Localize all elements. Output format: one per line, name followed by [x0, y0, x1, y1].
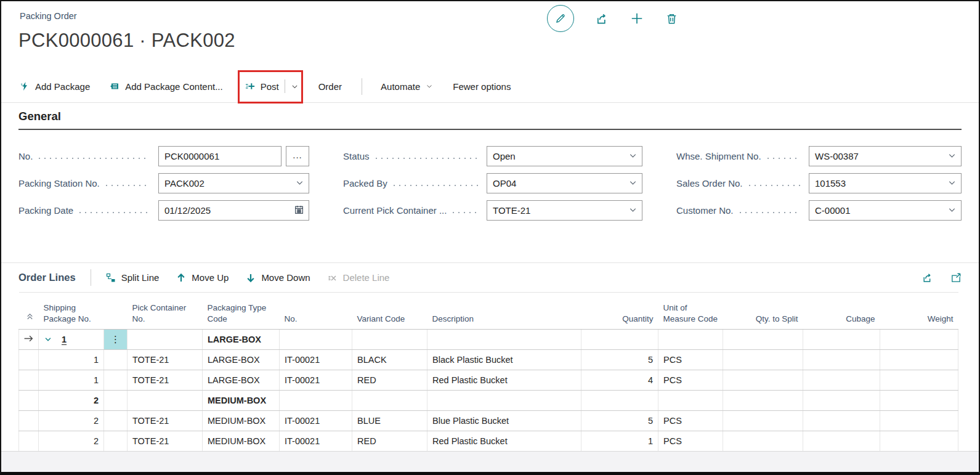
weight-cell[interactable] [880, 370, 958, 391]
delete-line-button[interactable]: Delete Line [328, 272, 390, 283]
cubage-cell[interactable] [803, 431, 880, 452]
field-input[interactable]: 01/12/2025 [158, 200, 309, 221]
quantity-cell[interactable] [581, 391, 658, 411]
col-header-no[interactable]: No. [280, 293, 352, 330]
item-no-cell[interactable]: IT-00021 [280, 350, 352, 370]
variant-code-cell[interactable] [352, 330, 427, 350]
col-header-shipping-package-no[interactable]: Shipping Package No. [39, 293, 104, 330]
weight-cell[interactable] [880, 431, 958, 452]
field-input[interactable]: C-00001 [809, 200, 962, 221]
order-line-row[interactable]: 2TOTE-21MEDIUM-BOXIT-00021BLUEBlue Plast… [19, 411, 958, 431]
col-header-qty-to-split[interactable]: Qty. to Split [723, 293, 803, 330]
cubage-cell[interactable] [803, 370, 880, 391]
pick-container-no-cell[interactable]: TOTE-21 [128, 370, 203, 391]
order-line-row[interactable]: 1TOTE-21LARGE-BOXIT-00021BLACKBlack Plas… [19, 350, 958, 370]
field-input[interactable]: PACK002 [158, 173, 309, 193]
move-up-button[interactable]: Move Up [176, 272, 229, 283]
fewer-options-button[interactable]: Fewer options [453, 81, 511, 92]
post-button[interactable]: Post [245, 81, 279, 92]
quantity-cell[interactable]: 5 [581, 350, 658, 370]
packaging-type-code-cell[interactable]: MEDIUM-BOX [203, 411, 280, 431]
pick-container-no-cell[interactable] [128, 330, 203, 350]
col-header-cubage[interactable]: Cubage [803, 293, 880, 330]
qty-to-split-cell[interactable] [723, 411, 803, 431]
description-cell[interactable]: Red Plastic Bucket [427, 431, 581, 452]
shipping-package-no-cell[interactable]: 2 [39, 411, 104, 431]
col-header-weight[interactable]: Weight [880, 293, 958, 330]
pick-container-no-cell[interactable]: TOTE-21 [128, 431, 203, 452]
cubage-cell[interactable] [803, 411, 880, 431]
weight-cell[interactable] [880, 350, 958, 370]
cubage-cell[interactable] [803, 330, 880, 350]
col-header-pick-container-no[interactable]: Pick Container No. [128, 293, 203, 330]
item-no-cell[interactable] [280, 330, 352, 350]
unit-of-measure-cell[interactable] [658, 330, 723, 350]
general-heading[interactable]: General [18, 110, 962, 130]
pick-container-no-cell[interactable]: TOTE-21 [128, 350, 203, 370]
variant-code-cell[interactable] [352, 391, 427, 411]
row-options-button[interactable]: ⋮ [111, 334, 120, 344]
shipping-package-no-cell[interactable]: 1 [39, 370, 104, 391]
variant-code-cell[interactable]: RED [352, 431, 427, 452]
item-no-cell[interactable] [280, 391, 352, 411]
shipping-package-no-cell[interactable]: 1 [39, 330, 104, 350]
unit-of-measure-cell[interactable]: PCS [658, 370, 723, 391]
edit-button[interactable] [547, 5, 574, 32]
quantity-cell[interactable]: 4 [581, 370, 658, 391]
item-no-cell[interactable]: IT-00021 [280, 411, 352, 431]
description-cell[interactable] [427, 330, 581, 350]
col-header-quantity[interactable]: Quantity [581, 293, 658, 330]
new-button[interactable] [630, 11, 644, 26]
description-cell[interactable]: Red Plastic Bucket [427, 370, 581, 391]
shipping-package-no-cell[interactable]: 2 [39, 431, 104, 452]
packaging-type-code-cell[interactable]: LARGE-BOX [203, 350, 280, 370]
order-line-row[interactable]: 1TOTE-21LARGE-BOXIT-00021REDRed Plastic … [19, 370, 958, 391]
share-button[interactable] [595, 12, 609, 25]
packaging-type-code-cell[interactable]: MEDIUM-BOX [203, 391, 280, 411]
order-line-row[interactable]: 2TOTE-21MEDIUM-BOXIT-00021REDRed Plastic… [19, 431, 958, 452]
description-cell[interactable]: Blue Plastic Bucket [427, 411, 581, 431]
col-header-description[interactable]: Description [427, 293, 581, 330]
unit-of-measure-cell[interactable]: PCS [658, 411, 723, 431]
qty-to-split-cell[interactable] [723, 350, 803, 370]
share-lines-button[interactable] [921, 272, 933, 283]
shipping-package-no-cell[interactable]: 1 [39, 350, 104, 370]
qty-to-split-cell[interactable] [723, 330, 803, 350]
col-header-variant-code[interactable]: Variant Code [352, 293, 427, 330]
variant-code-cell[interactable]: BLACK [352, 350, 427, 370]
group-toggle[interactable]: 1 [44, 335, 99, 344]
assist-edit-button[interactable]: ... [286, 146, 309, 166]
packaging-type-code-cell[interactable]: LARGE-BOX [203, 370, 280, 391]
order-line-row[interactable]: 2MEDIUM-BOX [19, 391, 958, 411]
shipping-package-no-cell[interactable]: 2 [39, 391, 104, 411]
row-options-cell[interactable]: ⋮ [104, 330, 128, 350]
unit-of-measure-cell[interactable]: PCS [658, 431, 723, 452]
weight-cell[interactable] [880, 391, 958, 411]
variant-code-cell[interactable]: RED [352, 370, 427, 391]
post-dropdown-button[interactable] [291, 83, 299, 91]
packaging-type-code-cell[interactable]: MEDIUM-BOX [203, 431, 280, 452]
weight-cell[interactable] [880, 330, 958, 350]
delete-button[interactable] [665, 12, 678, 25]
qty-to-split-cell[interactable] [723, 391, 803, 411]
order-line-row[interactable]: 1⋮LARGE-BOX [19, 330, 958, 350]
qty-to-split-cell[interactable] [723, 431, 803, 452]
move-down-button[interactable]: Move Down [246, 272, 310, 283]
item-no-cell[interactable]: IT-00021 [280, 370, 352, 391]
description-cell[interactable] [427, 391, 581, 411]
col-header-packaging-type-code[interactable]: Packaging Type Code [203, 293, 280, 330]
add-package-button[interactable]: Add Package [20, 81, 90, 92]
cubage-cell[interactable] [803, 350, 880, 370]
variant-code-cell[interactable]: BLUE [352, 411, 427, 431]
item-no-cell[interactable]: IT-00021 [280, 431, 352, 452]
qty-to-split-cell[interactable] [723, 370, 803, 391]
field-input[interactable]: PCK0000061 [158, 146, 281, 166]
field-input[interactable]: OP04 [487, 173, 642, 193]
order-button[interactable]: Order [318, 81, 342, 92]
quantity-cell[interactable]: 5 [581, 411, 658, 431]
unit-of-measure-cell[interactable] [658, 391, 723, 411]
field-input[interactable]: Open [487, 146, 642, 166]
add-package-content-button[interactable]: Add Package Content... [110, 81, 222, 92]
collapse-all-header[interactable] [19, 293, 39, 330]
cubage-cell[interactable] [803, 391, 880, 411]
